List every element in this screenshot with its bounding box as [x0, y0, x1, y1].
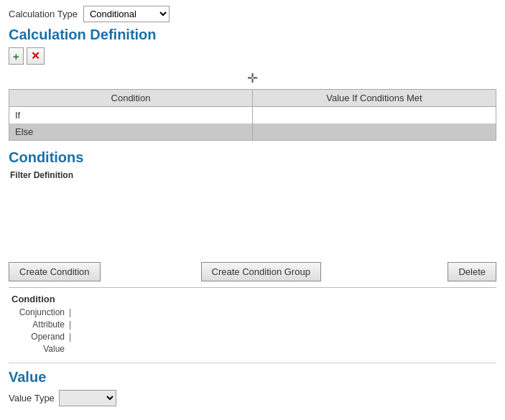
conditions-area — [9, 183, 496, 255]
divider — [9, 287, 496, 288]
if-row-condition: If — [9, 107, 253, 124]
conjunction-label: Conjunction — [11, 307, 69, 317]
condition-form-title: Condition — [11, 294, 496, 304]
action-buttons-row: Create Condition Create Condition Group … — [9, 262, 496, 281]
value-type-row: Value Type — [9, 390, 496, 406]
filter-definition-label: Filter Definition — [9, 170, 496, 180]
calc-toolbar: + ✕ — [9, 47, 496, 65]
condition-col-header: Condition — [9, 90, 253, 107]
value-row: Value — [11, 344, 496, 354]
operand-separator: | — [69, 332, 76, 342]
value-label: Value — [11, 344, 69, 354]
calc-type-select[interactable]: Conditional — [83, 6, 170, 22]
table-row[interactable]: Else — [9, 123, 496, 140]
calc-definition-title: Calculation Definition — [9, 27, 496, 43]
value-type-label: Value Type — [9, 393, 55, 403]
calc-type-label: Calculation Type — [9, 9, 78, 19]
delete-button[interactable]: Delete — [448, 262, 496, 281]
section-divider — [9, 363, 496, 363]
conjunction-separator: | — [69, 307, 76, 317]
table-row[interactable]: If — [9, 107, 496, 124]
else-row-value — [253, 123, 496, 140]
condition-form: Condition Conjunction | Attribute | Oper… — [9, 294, 496, 354]
if-row-value — [253, 107, 496, 124]
attribute-row: Attribute | — [11, 319, 496, 330]
remove-row-button[interactable]: ✕ — [27, 47, 45, 65]
move-icon: ✛ — [9, 67, 496, 89]
operand-label: Operand — [11, 332, 69, 342]
operand-row: Operand | — [11, 332, 496, 342]
attribute-separator: | — [69, 319, 76, 330]
conditions-title: Conditions — [9, 149, 496, 166]
conjunction-row: Conjunction | — [11, 307, 496, 317]
value-section: Value Value Type — [9, 369, 496, 406]
attribute-label: Attribute — [11, 319, 69, 330]
create-condition-button[interactable]: Create Condition — [9, 262, 101, 281]
calc-table-wrapper: Condition Value If Conditions Met If Els… — [9, 89, 496, 141]
value-col-header: Value If Conditions Met — [253, 90, 496, 107]
create-condition-group-button[interactable]: Create Condition Group — [201, 262, 321, 281]
value-type-select[interactable] — [59, 390, 116, 406]
else-row-condition: Else — [9, 123, 253, 140]
add-row-button[interactable]: + — [9, 47, 24, 65]
calc-table: Condition Value If Conditions Met If Els… — [9, 90, 496, 140]
value-section-title: Value — [9, 369, 496, 386]
conditions-section: Conditions Filter Definition Create Cond… — [9, 149, 496, 354]
